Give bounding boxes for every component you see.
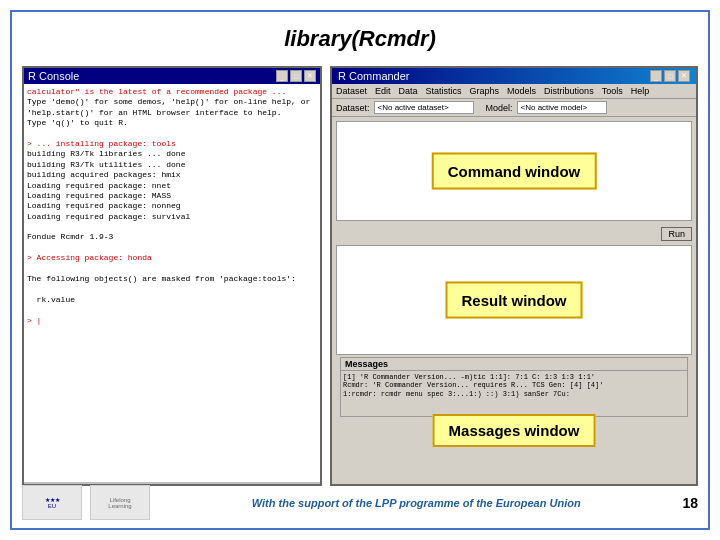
console-line-7: building R3/Tk libraries ... done [27,149,317,159]
messages-content: [1] 'R Commander Version... -m)tic 1:1]:… [341,371,687,400]
r-commander-menubar: Dataset Edit Data Statistics Graphs Mode… [332,84,696,99]
menu-tools[interactable]: Tools [602,86,623,96]
r-console-panel: R Console _ □ ✕ calculator" is the lates… [22,66,322,486]
messages-section: Messages [1] 'R Commander Version... -m)… [340,357,688,417]
r-commander-title: R Commander [338,70,410,82]
slide-title: library(Rcmdr) [22,22,698,56]
result-window-section: Result window [336,245,692,355]
close-btn[interactable]: ✕ [304,70,316,82]
console-line-2: Type 'demo()' for some demos, 'help()' f… [27,97,317,107]
console-line-9: building acquired packages: hmix [27,170,317,180]
r-console-titlebar: R Console _ □ ✕ [24,68,320,84]
console-line-13: Loading required package: survival [27,212,317,222]
maximize-btn[interactable]: □ [290,70,302,82]
r-console-body: calculator" is the latest of a recommend… [24,84,320,482]
command-window-section: Command window [336,121,692,221]
command-window-label: Command window [432,153,597,190]
menu-graphs[interactable]: Graphs [470,86,500,96]
page-number: 18 [682,495,698,511]
llp-logo: LifelongLearning [90,485,150,520]
menu-dataset[interactable]: Dataset [336,86,367,96]
console-line-16 [27,243,317,253]
console-line-11: Loading required package: MASS [27,191,317,201]
titlebar-buttons: _ □ ✕ [276,70,316,82]
messages-titlebar: Messages [341,358,687,371]
console-line-3: 'help.start()' for an HTML browser inter… [27,108,317,118]
console-line-4: Type 'q()' to quit R. [27,118,317,128]
console-line-12: Loading required package: nonneg [27,201,317,211]
messages-container: Messages [1] 'R Commander Version... -m)… [336,357,692,417]
menu-statistics[interactable]: Statistics [426,86,462,96]
console-line-22 [27,305,317,315]
messages-line-2: Rcmdr: 'R Commander Version... requires … [343,381,685,389]
model-dropdown[interactable]: <No active model> [517,101,607,114]
rc-maximize-btn[interactable]: □ [664,70,676,82]
console-line-8: building R3/Tk utilities ... done [27,160,317,170]
messages-line-1: [1] 'R Commander Version... -m)tic 1:1]:… [343,373,685,381]
eu-logos: ★★★EU LifelongLearning [22,485,150,520]
slide-container: library(Rcmdr) R Console _ □ ✕ calculato… [10,10,710,530]
eu-logo: ★★★EU [22,485,82,520]
console-line-5 [27,129,317,139]
console-line-1: calculator" is the latest of a recommend… [27,87,317,97]
menu-data[interactable]: Data [399,86,418,96]
dataset-label: Dataset: [336,103,370,113]
menu-distributions[interactable]: Distributions [544,86,594,96]
r-console-title: R Console [28,70,79,82]
menu-edit[interactable]: Edit [375,86,391,96]
model-label: Model: [486,103,513,113]
r-commander-toolbar: Dataset: <No active dataset> Model: <No … [332,99,696,117]
messages-window-label: Massages window [433,414,596,447]
run-bar: Run [332,225,696,243]
result-window-label: Result window [446,282,583,319]
console-line-6: > ... installing package: tools [27,139,317,149]
menu-models[interactable]: Models [507,86,536,96]
console-line-23: > | [27,316,317,326]
console-line-17: > Accessing package: honda [27,253,317,263]
console-line-10: Loading required package: nnet [27,181,317,191]
dataset-dropdown[interactable]: <No active dataset> [374,101,474,114]
console-line-20 [27,284,317,294]
support-text: With the support of the LPP programme of… [150,497,682,509]
console-line-14 [27,222,317,232]
menu-help[interactable]: Help [631,86,650,96]
r-commander-panel: R Commander _ □ ✕ Dataset Edit Data Stat… [330,66,698,486]
rc-close-btn[interactable]: ✕ [678,70,690,82]
r-commander-titlebar: R Commander _ □ ✕ [332,68,696,84]
minimize-btn[interactable]: _ [276,70,288,82]
console-line-19: The following objects() are masked from … [27,274,317,284]
slide-content: R Console _ □ ✕ calculator" is the lates… [22,66,698,486]
rc-minimize-btn[interactable]: _ [650,70,662,82]
console-line-21: rk.value [27,295,317,305]
console-line-15: Fondue Rcmdr 1.9-3 [27,232,317,242]
console-line-18 [27,264,317,274]
rcommander-titlebar-buttons: _ □ ✕ [650,70,690,82]
run-button[interactable]: Run [661,227,692,241]
bottom-bar: ★★★EU LifelongLearning With the support … [22,485,698,520]
messages-line-3: 1:rcmdr: rcmdr menu spec 3:...1:) ::) 3:… [343,390,685,398]
